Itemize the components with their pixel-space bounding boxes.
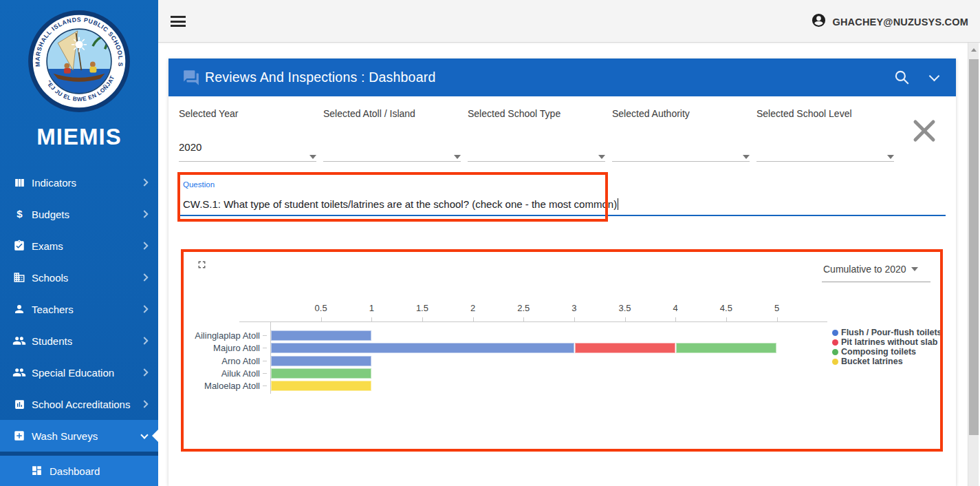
dropdown-arrow-icon bbox=[454, 155, 461, 159]
x-axis-tick-mark bbox=[675, 317, 676, 321]
chart-x-axis-line bbox=[239, 321, 827, 322]
x-axis-tick-label: 4.5 bbox=[712, 303, 740, 313]
dashboard-card: Reviews And Inspections : Dashboard Sele… bbox=[168, 59, 956, 486]
sidebar-item-students[interactable]: Students bbox=[0, 325, 158, 357]
sidebar-item-indicators[interactable]: Indicators bbox=[0, 167, 158, 198]
scrollbar-up-arrow[interactable] bbox=[971, 48, 977, 52]
filter-label: Selected Year bbox=[179, 108, 238, 119]
fullscreen-icon[interactable] bbox=[196, 259, 208, 273]
filter-select[interactable] bbox=[756, 141, 894, 162]
sidebar-menu: Indicators$BudgetsExamsSchoolsTeachersSt… bbox=[0, 167, 158, 486]
filter-label: Selected School Type bbox=[468, 108, 560, 119]
sidebar-item-wash-surveys[interactable]: Wash Surveys bbox=[0, 420, 158, 452]
legend-label: Flush / Pour-flush toilets bbox=[841, 328, 942, 337]
legend-color-dot bbox=[832, 349, 838, 355]
sidebar-item-school-accreditations[interactable]: School Accreditations bbox=[0, 388, 158, 420]
legend-item: Bucket latrines bbox=[832, 357, 903, 366]
category-tick-mark bbox=[263, 348, 267, 348]
collapse-chevron-down-icon[interactable] bbox=[929, 71, 940, 82]
sidebar-subitem-label: Dashboard bbox=[50, 465, 100, 477]
legend-label: Pit latrines without slab bbox=[841, 337, 937, 347]
category-label: Ailuk Atoll bbox=[184, 368, 260, 379]
user-account-menu[interactable]: GHACHEY@NUZUSYS.COM bbox=[811, 12, 968, 31]
scrollbar-track[interactable] bbox=[968, 43, 979, 486]
dropdown-arrow-icon bbox=[598, 155, 605, 159]
filter-select[interactable]: 2020 bbox=[179, 141, 316, 162]
chevron-right-icon bbox=[140, 400, 148, 408]
scrollbar-thumb[interactable] bbox=[969, 59, 979, 435]
account-circle-icon bbox=[811, 12, 827, 31]
x-axis-tick-mark bbox=[574, 317, 575, 321]
hamburger-menu-icon[interactable] bbox=[171, 16, 186, 27]
sidebar-subitem-dashboard[interactable]: Dashboard bbox=[0, 456, 158, 486]
legend-item: Pit latrines without slab bbox=[832, 337, 937, 347]
range-selector-value: Cumulative to 2020 bbox=[823, 264, 906, 275]
indicators-icon bbox=[12, 176, 26, 189]
category-label: Ailinglaplap Atoll bbox=[184, 330, 260, 341]
dashboard-icon bbox=[31, 465, 43, 477]
bar-segment-composing-toilets bbox=[676, 343, 776, 353]
filter-select[interactable] bbox=[323, 141, 461, 162]
search-icon[interactable] bbox=[893, 68, 911, 89]
sidebar-item-label: Wash Surveys bbox=[32, 430, 98, 442]
legend-color-dot bbox=[832, 330, 838, 336]
legend-label: Bucket latrines bbox=[841, 357, 903, 366]
card-header: Reviews And Inspections : Dashboard bbox=[168, 59, 956, 96]
close-filters-icon[interactable] bbox=[908, 115, 940, 147]
text-cursor bbox=[618, 198, 618, 210]
bar-segment-flush-pour-flush-toilets bbox=[271, 356, 371, 366]
x-axis-tick-label: 0.5 bbox=[307, 303, 335, 313]
dropdown-arrow-icon bbox=[743, 155, 750, 159]
category-label: Maloelap Atoll bbox=[184, 381, 260, 391]
special-education-icon bbox=[12, 366, 26, 379]
question-input[interactable]: CW.S.1: What type of student toilets/lat… bbox=[183, 198, 618, 210]
dropdown-arrow-icon bbox=[887, 155, 894, 159]
x-axis-tick-label: 5 bbox=[763, 303, 791, 313]
students-icon bbox=[12, 334, 26, 348]
x-axis-tick-label: 1 bbox=[358, 303, 385, 313]
filter-select[interactable] bbox=[612, 141, 750, 162]
chevron-right-icon bbox=[140, 273, 148, 281]
chevron-down-icon bbox=[140, 431, 148, 439]
svg-text:$: $ bbox=[17, 208, 23, 220]
x-axis-tick-mark bbox=[625, 317, 626, 321]
sidebar: MARSHALL ISLANDS PUBLIC SCHOOL SYSTEM "E… bbox=[0, 0, 158, 486]
question-input-underline bbox=[179, 215, 946, 216]
school-accreditations-icon bbox=[12, 397, 26, 411]
sidebar-item-budgets[interactable]: $Budgets bbox=[0, 198, 158, 230]
legend-color-dot bbox=[832, 339, 838, 346]
sidebar-item-schools[interactable]: Schools bbox=[0, 262, 158, 293]
category-tick-mark bbox=[263, 385, 267, 386]
legend-label: Composing toilets bbox=[841, 347, 916, 357]
sidebar-item-label: Teachers bbox=[32, 304, 74, 315]
sidebar-item-exams[interactable]: Exams bbox=[0, 230, 158, 262]
x-axis-tick-label: 3.5 bbox=[611, 303, 639, 313]
reviews-chat-icon bbox=[182, 69, 200, 89]
app-name: MIEMIS bbox=[0, 124, 158, 150]
sidebar-item-teachers[interactable]: Teachers bbox=[0, 293, 158, 325]
chart-panel: Cumulative to 2020 Flush / Pour-flush to… bbox=[184, 252, 943, 452]
budgets-icon: $ bbox=[12, 207, 26, 221]
sidebar-item-special-education[interactable]: Special Education bbox=[0, 357, 158, 388]
x-axis-tick-label: 3 bbox=[560, 303, 588, 313]
filter-select[interactable] bbox=[468, 141, 605, 162]
chevron-right-icon bbox=[140, 305, 148, 313]
category-tick-mark bbox=[263, 373, 267, 374]
dropdown-arrow-icon bbox=[309, 155, 316, 159]
chevron-right-icon bbox=[140, 178, 148, 186]
active-item-notch bbox=[152, 430, 158, 442]
exams-icon bbox=[12, 239, 26, 253]
x-axis-tick-mark bbox=[321, 317, 322, 321]
range-selector-dropdown[interactable]: Cumulative to 2020 bbox=[823, 263, 930, 275]
legend-item: Composing toilets bbox=[832, 347, 916, 357]
sidebar-item-label: Schools bbox=[32, 272, 68, 284]
legend-color-dot bbox=[832, 359, 838, 365]
x-axis-tick-mark bbox=[523, 317, 524, 321]
sidebar-item-label: Indicators bbox=[32, 177, 76, 189]
filter-label: Selected Authority bbox=[612, 108, 690, 119]
x-axis-tick-mark bbox=[422, 317, 423, 321]
chevron-right-icon bbox=[140, 210, 148, 218]
x-axis-tick-label: 2.5 bbox=[510, 303, 537, 313]
x-axis-tick-mark bbox=[371, 317, 372, 321]
school-system-seal-logo: MARSHALL ISLANDS PUBLIC SCHOOL SYSTEM "E… bbox=[0, 10, 158, 116]
